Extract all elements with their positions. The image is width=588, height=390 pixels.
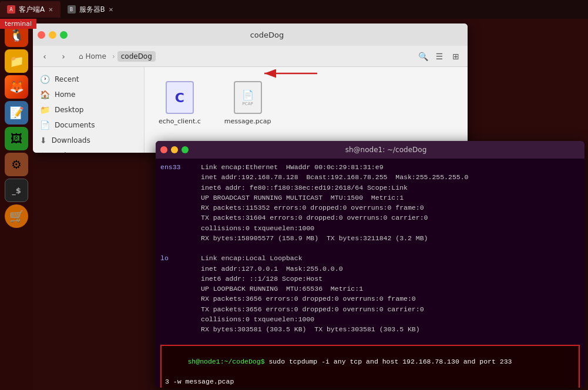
fm-sidebar: 🕐 Recent 🏠 Home 📁 Desktop 📄 Documents ⬇ … — [33, 67, 145, 153]
sidebar-item-recent[interactable]: 🕐 Recent — [33, 72, 144, 87]
tab-client[interactable]: A 客户端A ✕ — [0, 1, 61, 18]
term-line-lo4: RX packets:3656 errors:0 dropped:0 overr… — [160, 294, 580, 304]
file-message-pcap[interactable]: 📄 PCAP message.pcap — [220, 76, 276, 130]
sidebar-item-music[interactable]: ♪ Music — [33, 148, 144, 153]
file-echo-client[interactable]: C echo_client.c — [154, 76, 206, 130]
documents-icon: 📄 — [40, 120, 50, 130]
downloads-icon: ⬇ — [40, 136, 47, 145]
fm-titlebar: codeDog — [33, 23, 468, 46]
term-line-lo0: lo Link encap:Local Loopback — [160, 253, 580, 263]
sidebar-item-desktop[interactable]: 📁 Desktop — [33, 102, 144, 117]
sidebar-item-home-label: Home — [55, 90, 75, 99]
sidebar-item-downloads[interactable]: ⬇ Downloads — [33, 133, 144, 148]
file-manager-window: codeDog ‹ › ⌂ Home › codeDog 🔍 ☰ ⊞ 🕐 Rec… — [33, 23, 468, 153]
fm-breadcrumb-home[interactable]: ⌂ Home — [75, 51, 110, 62]
terminal-window: sh@node1: ~/codeDog ens33 Link encap:Eth… — [156, 141, 584, 388]
sidebar-item-documents-label: Documents — [55, 121, 95, 129]
term-line-5: TX packets:31604 errors:0 dropped:0 over… — [160, 213, 580, 223]
terminal-label: terminal — [0, 19, 36, 29]
client-tab-icon: A — [7, 5, 15, 14]
dock-files[interactable]: 📁 — [5, 49, 28, 73]
fm-grid-view-button[interactable]: ⊞ — [449, 49, 463, 63]
fm-toolbar-right: 🔍 ☰ ⊞ — [416, 49, 463, 63]
echo-client-icon: C — [166, 81, 194, 114]
dock-settings[interactable]: ⚙ — [5, 153, 28, 176]
sidebar-item-desktop-label: Desktop — [55, 106, 84, 114]
term-line-3: UP BROADCAST RUNNING MULTICAST MTU:1500 … — [160, 193, 580, 203]
term-line-6: collisions:0 txqueuelen:1000 — [160, 223, 580, 233]
sidebar-item-documents[interactable]: 📄 Documents — [33, 117, 144, 133]
term-line-2: inet6 addr: fe80::f180:38ec:ed19:2618/64… — [160, 183, 580, 193]
term-minimize-button[interactable] — [171, 146, 178, 153]
fm-forward-button[interactable]: › — [56, 49, 70, 63]
sidebar-item-downloads-label: Downloads — [52, 136, 90, 144]
fm-search-button[interactable]: 🔍 — [416, 49, 430, 63]
term-close-button[interactable] — [160, 146, 167, 153]
sidebar-item-music-label: Music — [50, 152, 70, 153]
fm-title: codeDog — [71, 31, 463, 39]
message-pcap-icon: 📄 PCAP — [234, 81, 262, 114]
client-tab-label: 客户端A — [19, 5, 45, 15]
home-icon: 🏠 — [40, 90, 50, 99]
recent-icon: 🕐 — [40, 75, 50, 84]
term-prompt: sh@node1:~/codeDog$ — [187, 358, 264, 365]
term-line-0: ens33 Link encap:Ethernet HWaddr 00:0c:2… — [160, 162, 580, 172]
term-cmd-line: sh@node1:~/codeDog$ sudo tcpdump -i any … — [160, 345, 580, 388]
fm-breadcrumb: ⌂ Home › codeDog — [75, 51, 156, 62]
term-line-1: inet addr:192.168.78.128 Bcast:192.168.7… — [160, 172, 580, 182]
fm-close-button[interactable] — [38, 31, 45, 39]
desktop-icon: 📁 — [40, 105, 50, 115]
dock-image-viewer[interactable]: 🖼 — [5, 127, 28, 150]
sidebar-item-recent-label: Recent — [55, 75, 79, 83]
client-tab-close[interactable]: ✕ — [48, 6, 53, 13]
dock-text-editor[interactable]: 📝 — [5, 101, 28, 125]
dock-terminal[interactable]: _$ — [5, 179, 28, 202]
term-line-spacer — [160, 243, 580, 253]
fm-body: 🕐 Recent 🏠 Home 📁 Desktop 📄 Documents ⬇ … — [33, 67, 468, 153]
fm-back-button[interactable]: ‹ — [38, 49, 52, 63]
fm-toolbar: ‹ › ⌂ Home › codeDog 🔍 ☰ ⊞ — [33, 46, 468, 67]
tab-server[interactable]: B 服务器B ✕ — [61, 1, 121, 18]
term-titlebar: sh@node1: ~/codeDog — [156, 141, 584, 159]
server-tab-label: 服务器B — [79, 5, 105, 15]
server-tab-icon: B — [68, 5, 76, 14]
term-line-lo7: RX bytes:303581 (303.5 KB) TX bytes:3035… — [160, 324, 580, 334]
dock-firefox[interactable]: 🦊 — [5, 75, 28, 99]
dock: 🐧 📁 🦊 📝 🖼 ⚙ _$ 🛒 — [0, 19, 33, 390]
sidebar-item-home[interactable]: 🏠 Home — [33, 87, 144, 102]
message-pcap-name: message.pcap — [224, 117, 271, 125]
term-title: sh@node1: ~/codeDog — [192, 146, 580, 154]
fm-breadcrumb-codedog[interactable]: codeDog — [117, 51, 156, 62]
term-line-7: RX bytes:158905577 (158.9 MB) TX bytes:3… — [160, 233, 580, 243]
taskbar: A 客户端A ✕ B 服务器B ✕ — [0, 0, 588, 19]
fm-list-view-button[interactable]: ☰ — [432, 49, 446, 63]
term-command-cont: 3 -w message.pcap — [163, 378, 234, 385]
fm-maximize-button[interactable] — [60, 31, 68, 39]
term-body[interactable]: ens33 Link encap:Ethernet HWaddr 00:0c:2… — [156, 159, 584, 388]
term-line-4: RX packets:115352 errors:0 dropped:0 ove… — [160, 203, 580, 213]
term-line-lo6: collisions:0 txqueuelen:1000 — [160, 314, 580, 324]
term-spacer2 — [160, 334, 580, 344]
fm-minimize-button[interactable] — [49, 31, 56, 39]
term-line-lo2: inet6 addr: ::1/128 Scope:Host — [160, 274, 580, 284]
term-line-lo1: inet addr:127.0.0.1 Mask:255.0.0.0 — [160, 264, 580, 274]
server-tab-close[interactable]: ✕ — [109, 6, 113, 13]
term-maximize-button[interactable] — [182, 146, 189, 153]
fm-content: C echo_client.c 📄 PCAP message.pcap — [145, 67, 468, 153]
fm-breadcrumb-separator: › — [112, 52, 115, 60]
music-icon: ♪ — [40, 151, 45, 153]
term-command: sudo tcpdump -i any tcp and host 192.168… — [265, 358, 512, 365]
term-line-lo5: TX packets:3656 errors:0 dropped:0 overr… — [160, 304, 580, 314]
echo-client-name: echo_client.c — [159, 117, 201, 125]
dock-software[interactable]: 🛒 — [5, 204, 28, 228]
term-line-lo3: UP LOOPBACK RUNNING MTU:65536 Metric:1 — [160, 284, 580, 294]
